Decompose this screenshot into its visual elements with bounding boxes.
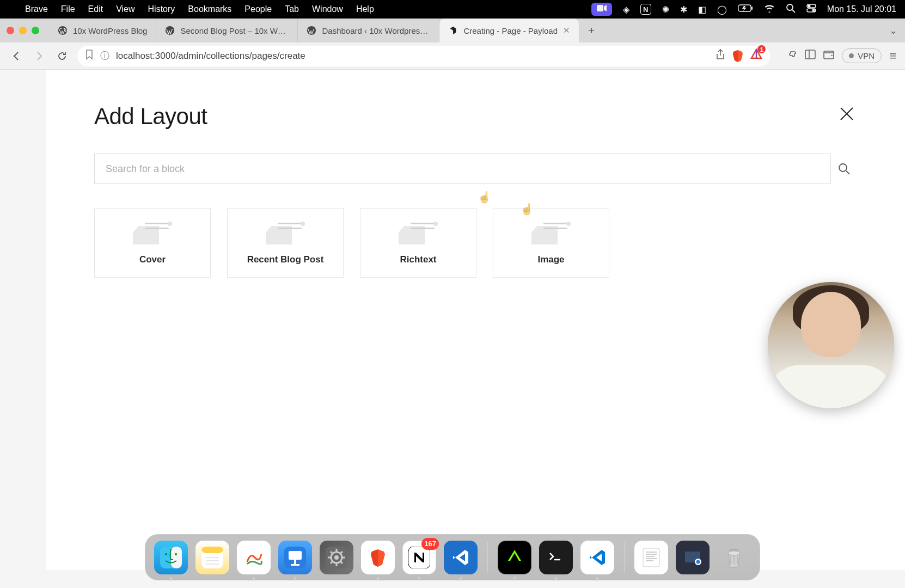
dock-freeform[interactable] xyxy=(237,541,271,574)
svg-rect-28 xyxy=(243,547,265,568)
dock-preview[interactable] xyxy=(676,541,710,574)
block-card-recent-blog-post[interactable]: Recent Blog Post xyxy=(227,208,344,278)
sidebar-toggle-icon[interactable] xyxy=(805,50,816,62)
extensions-icon[interactable] xyxy=(786,49,797,63)
svg-point-8 xyxy=(812,9,815,11)
back-button[interactable] xyxy=(9,48,24,64)
tab-2[interactable]: Dashboard ‹ 10x Wordpress Blog xyxy=(298,19,439,42)
svg-rect-20 xyxy=(171,547,182,568)
svg-point-35 xyxy=(334,555,339,560)
brave-rewards-icon[interactable]: 1 xyxy=(750,48,762,63)
dock-keynote[interactable] xyxy=(278,541,312,574)
browser-menu-button[interactable]: ≡ xyxy=(889,49,896,63)
menu-view[interactable]: View xyxy=(116,4,134,14)
dock-notion[interactable]: 167 xyxy=(402,541,436,574)
close-modal-button[interactable] xyxy=(836,103,857,127)
svg-line-4 xyxy=(792,10,795,13)
dock-system-settings[interactable] xyxy=(320,541,353,574)
svg-line-42 xyxy=(331,562,332,564)
svg-point-17 xyxy=(839,164,847,171)
wallet-icon[interactable] xyxy=(823,50,834,62)
dock-finder[interactable] xyxy=(154,541,188,574)
menubar-app-name[interactable]: Brave xyxy=(25,4,48,14)
menu-window[interactable]: Window xyxy=(312,4,343,14)
tab-title: 10x WordPress Blog xyxy=(73,26,147,35)
notion-menubar-icon[interactable]: N xyxy=(640,4,651,15)
menu-file[interactable]: File xyxy=(61,4,75,14)
wordpress-favicon-icon xyxy=(307,26,316,35)
cursor-icon: ☝️ xyxy=(478,191,491,204)
svg-rect-51 xyxy=(643,548,659,567)
block-search-input[interactable] xyxy=(106,163,820,175)
vpn-button[interactable]: VPN xyxy=(842,48,882,63)
tab-0[interactable]: 10x WordPress Blog xyxy=(49,19,156,42)
block-thumb-icon xyxy=(531,220,571,244)
menu-people[interactable]: People xyxy=(244,4,272,14)
menu-bookmarks[interactable]: Bookmarks xyxy=(188,4,231,14)
menu-history[interactable]: History xyxy=(148,4,175,14)
wordpress-favicon-icon xyxy=(165,26,175,35)
menu-tab[interactable]: Tab xyxy=(285,4,299,14)
nbc-icon[interactable]: ✺ xyxy=(662,4,669,15)
svg-point-6 xyxy=(808,5,810,7)
dock-separator xyxy=(624,542,625,573)
macos-dock: 167 xyxy=(145,534,760,580)
site-info-icon[interactable]: ⓘ xyxy=(100,50,109,62)
tab-title: Second Blog Post – 10x WordPres xyxy=(180,26,289,35)
forward-button[interactable] xyxy=(32,48,47,64)
rewards-badge: 1 xyxy=(757,45,766,53)
dock-brave[interactable] xyxy=(361,541,395,574)
tab-1[interactable]: Second Blog Post – 10x WordPres xyxy=(156,19,298,42)
svg-rect-32 xyxy=(291,564,299,566)
dock-vscode[interactable] xyxy=(444,541,478,574)
brave-shield-icon[interactable] xyxy=(732,50,744,63)
block-label: Cover xyxy=(139,254,166,265)
block-thumb-icon xyxy=(399,220,438,244)
window-traffic-lights xyxy=(7,27,39,34)
window-maximize-button[interactable] xyxy=(32,27,39,34)
spotlight-icon[interactable] xyxy=(786,3,796,15)
dock-terminal[interactable] xyxy=(539,541,573,574)
tab-overflow-button[interactable]: ⌄ xyxy=(889,24,897,36)
svg-rect-48 xyxy=(545,547,567,568)
tab-close-button[interactable]: ✕ xyxy=(563,26,570,35)
macos-menubar: Brave File Edit View History Bookmarks P… xyxy=(0,0,905,19)
address-bar[interactable]: ⓘ localhost:3000/admin/collections/pages… xyxy=(77,46,770,66)
share-icon[interactable] xyxy=(716,49,725,63)
window-close-button[interactable] xyxy=(7,27,14,34)
dock-vscode-insiders[interactable] xyxy=(580,541,614,574)
bookmark-icon[interactable] xyxy=(85,49,94,63)
block-card-richtext[interactable]: Richtext xyxy=(360,208,476,278)
menubar-datetime[interactable]: Mon 15. Jul 20:01 xyxy=(827,4,896,14)
modal-title: Add Layout xyxy=(94,103,207,130)
svg-rect-30 xyxy=(289,551,302,560)
dock-separator xyxy=(487,542,488,573)
search-button[interactable] xyxy=(831,163,857,175)
sidebar-sliver xyxy=(0,70,46,570)
panels-icon[interactable]: ◧ xyxy=(698,4,706,15)
user-icon[interactable]: ◯ xyxy=(717,4,727,15)
block-label: Recent Blog Post xyxy=(247,254,324,265)
tab-3-active[interactable]: Creating - Page - Payload ✕ xyxy=(439,19,579,42)
browser-window: 10x WordPress Blog Second Blog Post – 10… xyxy=(0,19,905,570)
asterisk-icon[interactable]: ✱ xyxy=(680,4,687,15)
window-minimize-button[interactable] xyxy=(19,27,27,34)
browser-toolbar: ⓘ localhost:3000/admin/collections/pages… xyxy=(0,42,905,70)
block-card-image[interactable]: Image xyxy=(493,208,609,278)
new-tab-button[interactable]: + xyxy=(582,21,601,40)
reload-button[interactable] xyxy=(54,48,70,64)
dock-trash[interactable] xyxy=(717,541,751,574)
menu-edit[interactable]: Edit xyxy=(88,4,103,14)
wifi-icon[interactable] xyxy=(764,4,775,15)
block-search-wrapper xyxy=(94,154,831,184)
wifi-bars-icon[interactable]: ◈ xyxy=(623,4,629,15)
screen-record-icon[interactable] xyxy=(591,3,612,16)
dock-textedit[interactable] xyxy=(634,541,668,574)
battery-icon[interactable] xyxy=(738,4,753,14)
menu-help[interactable]: Help xyxy=(356,4,374,14)
dock-warp[interactable] xyxy=(498,541,531,574)
control-center-icon[interactable] xyxy=(806,4,816,15)
block-card-cover[interactable]: Cover xyxy=(94,208,211,278)
svg-point-3 xyxy=(787,4,793,10)
dock-notes[interactable] xyxy=(195,541,229,574)
